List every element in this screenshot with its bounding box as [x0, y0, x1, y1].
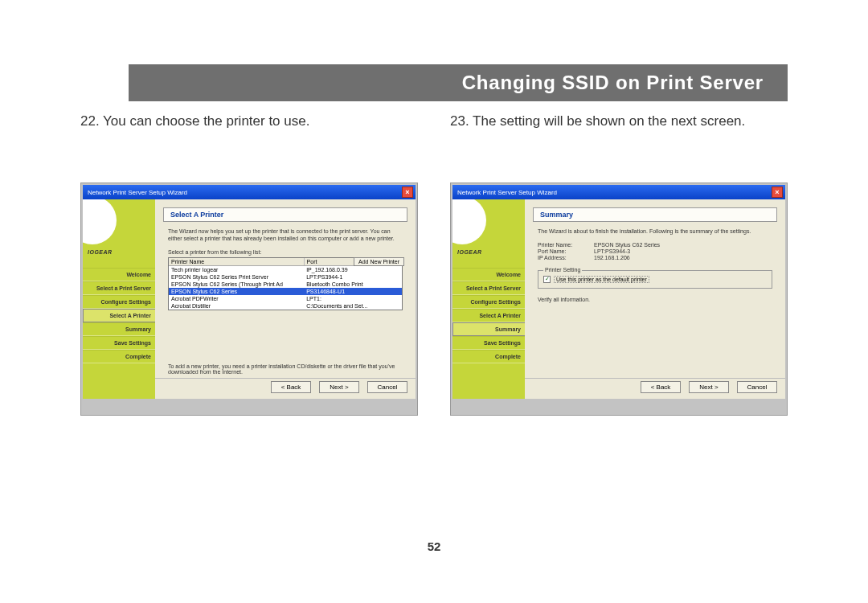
sidebar-item-configure[interactable]: Configure Settings — [452, 295, 525, 309]
right-column: 23. The setting will be shown on the nex… — [450, 113, 788, 416]
wizard-sidebar: IOGEAR Welcome Select a Print Server Con… — [452, 199, 525, 399]
sidebar-item-summary[interactable]: Summary — [83, 322, 155, 336]
list-row[interactable]: Acrobat PDFWriterLPT1: — [169, 295, 402, 302]
fieldset-legend: Printer Setting — [543, 267, 582, 273]
list-row[interactable]: EPSON Stylus C62 Series (Through Print A… — [169, 281, 402, 288]
sidebar-steps: Welcome Select a Print Server Configure … — [83, 268, 155, 363]
sidebar-item-welcome[interactable]: Welcome — [83, 268, 155, 281]
list-row[interactable]: EPSON Stylus C62 Series Print ServerLPT:… — [169, 273, 402, 281]
back-button[interactable]: < Back — [271, 381, 311, 393]
summary-row: Port Name:LPT:PS3944-3 — [538, 248, 772, 254]
checkbox-label: Use this printer as the default printer — [554, 276, 649, 283]
list-row[interactable]: Acrobat DistillerC:\Documents and Set... — [169, 302, 402, 310]
add-new-printer-button[interactable]: Add New Printer — [354, 257, 404, 266]
two-column-layout: 22. You can choose the printer to use. N… — [80, 113, 788, 416]
summary-row: Printer Name:EPSON Stylus C62 Series — [538, 242, 772, 248]
wizard-body: IOGEAR Welcome Select a Print Server Con… — [452, 199, 785, 399]
summary-row: IP Address:192.168.1.206 — [538, 255, 772, 260]
window-titlebar: Network Print Server Setup Wizard × — [452, 185, 785, 199]
mascot-icon — [452, 199, 486, 244]
brand-logo: IOGEAR — [88, 249, 113, 255]
header-bar: Changing SSID on Print Server — [129, 64, 788, 101]
panel-description: The Wizard now helps you set up the prin… — [168, 228, 403, 243]
close-icon[interactable]: × — [772, 187, 783, 198]
cancel-button[interactable]: Cancel — [367, 381, 407, 393]
printer-setting-fieldset: Printer Setting ✓ Use this printer as th… — [538, 270, 772, 289]
left-column: 22. You can choose the printer to use. N… — [80, 113, 418, 416]
list-row[interactable]: Tech printer IogearIP_192.168.0.39 — [169, 266, 402, 273]
sidebar-item-select-server[interactable]: Select a Print Server — [83, 281, 155, 295]
hint-text: To add a new printer, you need a printer… — [168, 363, 403, 375]
sidebar-item-welcome[interactable]: Welcome — [452, 268, 525, 281]
window-title: Network Print Server Setup Wizard — [455, 189, 772, 196]
close-icon[interactable]: × — [402, 187, 413, 198]
checkbox-icon[interactable]: ✓ — [543, 276, 551, 283]
verify-text: Verify all information. — [538, 297, 772, 302]
screenshot-summary: Network Print Server Setup Wizard × IOGE… — [450, 183, 788, 416]
sidebar-item-complete[interactable]: Complete — [83, 350, 155, 363]
panel-title-box: Summary — [533, 207, 777, 222]
next-button[interactable]: Next > — [319, 381, 359, 393]
cancel-button[interactable]: Cancel — [737, 381, 777, 393]
sidebar-item-select-server[interactable]: Select a Print Server — [452, 281, 525, 295]
window-titlebar: Network Print Server Setup Wizard × — [83, 185, 416, 199]
step-caption-22: 22. You can choose the printer to use. — [80, 113, 418, 130]
page-title: Changing SSID on Print Server — [462, 72, 764, 94]
sidebar-item-configure[interactable]: Configure Settings — [83, 295, 155, 309]
button-row: < Back Next > Cancel — [155, 378, 416, 396]
screenshot-select-printer: Network Print Server Setup Wizard × IOGE… — [80, 183, 418, 416]
wizard-main: Select A Printer The Wizard now helps yo… — [155, 199, 416, 399]
panel-title-box: Select A Printer — [163, 207, 407, 222]
sidebar-steps: Welcome Select a Print Server Configure … — [452, 268, 525, 363]
page-number: 52 — [428, 539, 441, 553]
header-section: Changing SSID on Print Server — [80, 48, 788, 105]
col-printer-name: Printer Name — [169, 258, 305, 265]
sidebar-item-save[interactable]: Save Settings — [452, 336, 525, 350]
list-label: Select a printer from the following list… — [168, 249, 403, 255]
sidebar-item-select-printer[interactable]: Select A Printer — [83, 309, 155, 322]
sidebar-item-summary[interactable]: Summary — [452, 322, 525, 336]
sidebar-item-complete[interactable]: Complete — [452, 350, 525, 363]
window-title: Network Print Server Setup Wizard — [85, 189, 402, 196]
panel-title: Select A Printer — [170, 211, 223, 219]
panel-title: Summary — [540, 211, 573, 219]
sidebar-item-save[interactable]: Save Settings — [83, 336, 155, 350]
wizard-sidebar: IOGEAR Welcome Select a Print Server Con… — [83, 199, 155, 399]
brand-logo: IOGEAR — [457, 249, 482, 255]
manual-page: Changing SSID on Print Server 22. You ca… — [0, 0, 868, 603]
next-button[interactable]: Next > — [689, 381, 729, 393]
list-row-selected[interactable]: EPSON Stylus C62 SeriesPS3146848-U1 — [169, 288, 402, 295]
sidebar-item-select-printer[interactable]: Select A Printer — [452, 309, 525, 322]
wizard-body: IOGEAR Welcome Select a Print Server Con… — [83, 199, 416, 399]
mascot-icon — [83, 199, 117, 244]
default-printer-row[interactable]: ✓ Use this printer as the default printe… — [543, 276, 767, 283]
back-button[interactable]: < Back — [641, 381, 681, 393]
button-row: < Back Next > Cancel — [525, 378, 785, 396]
step-caption-23: 23. The setting will be shown on the nex… — [450, 113, 788, 130]
wizard-main: Summary The Wizard is about to finish th… — [525, 199, 785, 399]
panel-description: The Wizard is about to finish the instal… — [538, 228, 772, 236]
